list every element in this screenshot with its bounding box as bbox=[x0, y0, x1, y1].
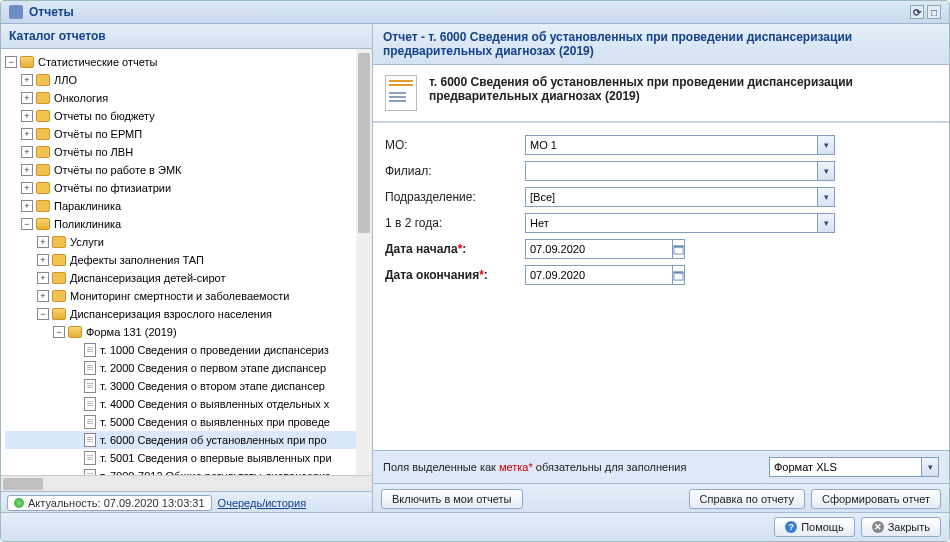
report-toolbar: Включить в мои отчеты Справка по отчету … bbox=[373, 483, 949, 514]
folder-icon bbox=[20, 56, 34, 68]
collapse-icon[interactable]: − bbox=[5, 56, 17, 68]
tree-folder-item[interactable]: +Услуги bbox=[5, 233, 372, 251]
chevron-down-icon[interactable]: ▾ bbox=[817, 213, 835, 233]
catalog-panel: Каталог отчетов −Статистические отчеты+Л… bbox=[1, 24, 373, 514]
tree-item-label: т. 5001 Сведения о впервые выявленных пр… bbox=[100, 449, 332, 467]
include-button[interactable]: Включить в мои отчеты bbox=[381, 489, 523, 509]
expand-icon[interactable]: + bbox=[21, 200, 33, 212]
mo-input[interactable] bbox=[525, 135, 817, 155]
tree-report-item[interactable]: т. 5001 Сведения о впервые выявленных пр… bbox=[5, 449, 372, 467]
collapse-icon[interactable]: − bbox=[21, 218, 33, 230]
collapse-icon[interactable]: − bbox=[37, 308, 49, 320]
dept-input[interactable] bbox=[525, 187, 817, 207]
chevron-down-icon[interactable]: ▾ bbox=[921, 457, 939, 477]
tree-folder-item[interactable]: +Мониторинг смертности и заболеваемости bbox=[5, 287, 372, 305]
tree-item-label: Отчёты по ЛВН bbox=[54, 143, 133, 161]
tree-report-item[interactable]: т. 1000 Сведения о проведении диспансери… bbox=[5, 341, 372, 359]
tree-report-item[interactable]: т. 4000 Сведения о выявленных отдельных … bbox=[5, 395, 372, 413]
oneintwo-combo[interactable]: ▾ bbox=[525, 213, 835, 233]
chevron-down-icon[interactable]: ▾ bbox=[817, 187, 835, 207]
tree-folder-item[interactable]: +Отчёты по работе в ЭМК bbox=[5, 161, 372, 179]
expand-icon[interactable]: + bbox=[37, 272, 49, 284]
tree-item-label: Параклиника bbox=[54, 197, 121, 215]
window-footer: ?Помощь ✕Закрыть bbox=[1, 512, 949, 541]
end-date-field[interactable] bbox=[525, 265, 655, 285]
expand-icon[interactable]: + bbox=[21, 182, 33, 194]
folder-icon bbox=[36, 164, 50, 176]
expand-icon[interactable]: + bbox=[21, 74, 33, 86]
filial-input[interactable] bbox=[525, 161, 817, 181]
tree-folder-item[interactable]: +Параклиника bbox=[5, 197, 372, 215]
folder-icon bbox=[36, 92, 50, 104]
start-date-input[interactable] bbox=[525, 239, 673, 259]
folder-icon bbox=[36, 218, 50, 230]
expand-icon[interactable]: + bbox=[21, 128, 33, 140]
tree-folder-item[interactable]: −Форма 131 (2019) bbox=[5, 323, 372, 341]
end-date-input[interactable] bbox=[525, 265, 673, 285]
tree-folder-item[interactable]: −Поликлиника bbox=[5, 215, 372, 233]
refresh-icon[interactable]: ⟳ bbox=[910, 5, 924, 19]
svg-rect-3 bbox=[674, 271, 683, 273]
filial-label: Филиал: bbox=[385, 164, 525, 178]
tree-folder-item[interactable]: +Дефекты заполнения ТАП bbox=[5, 251, 372, 269]
oneintwo-input[interactable] bbox=[525, 213, 817, 233]
help-report-button[interactable]: Справка по отчету bbox=[689, 489, 805, 509]
generate-button[interactable]: Сформировать отчет bbox=[811, 489, 941, 509]
tree-folder-item[interactable]: +ЛЛО bbox=[5, 71, 372, 89]
help-button[interactable]: ?Помощь bbox=[774, 517, 855, 537]
tree-item-label: Отчёты по ЕРМП bbox=[54, 125, 142, 143]
end-date-label: Дата окончания*: bbox=[385, 268, 525, 282]
expand-icon[interactable]: + bbox=[21, 146, 33, 158]
window-header: Отчеты ⟳ □ bbox=[1, 1, 949, 24]
folder-icon bbox=[52, 254, 66, 266]
filial-combo[interactable]: ▾ bbox=[525, 161, 835, 181]
catalog-title: Каталог отчетов bbox=[1, 24, 372, 49]
close-icon: ✕ bbox=[872, 521, 884, 533]
maximize-icon[interactable]: □ bbox=[927, 5, 941, 19]
tree-report-item[interactable]: т. 2000 Сведения о первом этапе диспансе… bbox=[5, 359, 372, 377]
format-input[interactable] bbox=[769, 457, 921, 477]
tree-item-label: т. 4000 Сведения о выявленных отдельных … bbox=[100, 395, 329, 413]
tree-folder-item[interactable]: −Статистические отчеты bbox=[5, 53, 372, 71]
chevron-down-icon[interactable]: ▾ bbox=[817, 135, 835, 155]
app-icon bbox=[9, 5, 23, 19]
tree-folder-item[interactable]: −Диспансеризация взрослого населения bbox=[5, 305, 372, 323]
scrollbar-horizontal[interactable] bbox=[1, 475, 372, 491]
expand-icon[interactable]: + bbox=[37, 254, 49, 266]
start-date-label: Дата начала*: bbox=[385, 242, 525, 256]
tree-item-label: т. 1000 Сведения о проведении диспансери… bbox=[100, 341, 329, 359]
tree-folder-item[interactable]: +Диспансеризация детей-сирот bbox=[5, 269, 372, 287]
report-tree[interactable]: −Статистические отчеты+ЛЛО+Онкология+Отч… bbox=[5, 53, 372, 475]
tree-folder-item[interactable]: +Отчёты по ЕРМП bbox=[5, 125, 372, 143]
dept-combo[interactable]: ▾ bbox=[525, 187, 835, 207]
expand-icon[interactable]: + bbox=[37, 290, 49, 302]
report-icon bbox=[385, 75, 417, 111]
tree-folder-item[interactable]: +Отчеты по бюджету bbox=[5, 107, 372, 125]
scrollbar-vertical[interactable] bbox=[356, 49, 372, 475]
folder-icon bbox=[36, 182, 50, 194]
tree-report-item[interactable]: т. 5000 Сведения о выявленных при провед… bbox=[5, 413, 372, 431]
tree-report-item[interactable]: т. 7000-7012 Общие результаты диспансери… bbox=[5, 467, 372, 475]
collapse-icon[interactable]: − bbox=[53, 326, 65, 338]
expand-icon[interactable]: + bbox=[37, 236, 49, 248]
document-icon bbox=[84, 415, 96, 429]
calendar-icon[interactable] bbox=[673, 239, 685, 259]
tree-folder-item[interactable]: +Отчёты по ЛВН bbox=[5, 143, 372, 161]
format-combo[interactable]: ▾ bbox=[769, 457, 939, 477]
tree-report-item[interactable]: т. 6000 Сведения об установленных при пр… bbox=[5, 431, 372, 449]
tree-item-label: Диспансеризация детей-сирот bbox=[70, 269, 225, 287]
expand-icon[interactable]: + bbox=[21, 92, 33, 104]
close-button[interactable]: ✕Закрыть bbox=[861, 517, 941, 537]
expand-icon[interactable]: + bbox=[21, 110, 33, 122]
expand-icon[interactable]: + bbox=[21, 164, 33, 176]
tree-folder-item[interactable]: +Отчёты по фтизиатрии bbox=[5, 179, 372, 197]
mo-combo[interactable]: ▾ bbox=[525, 135, 835, 155]
tree-folder-item[interactable]: +Онкология bbox=[5, 89, 372, 107]
queue-history-link[interactable]: Очередь/история bbox=[218, 497, 307, 509]
tree-report-item[interactable]: т. 3000 Сведения о втором этапе диспансе… bbox=[5, 377, 372, 395]
calendar-icon[interactable] bbox=[673, 265, 685, 285]
tree-item-label: Отчёты по фтизиатрии bbox=[54, 179, 171, 197]
document-icon bbox=[84, 343, 96, 357]
start-date-field[interactable] bbox=[525, 239, 655, 259]
chevron-down-icon[interactable]: ▾ bbox=[817, 161, 835, 181]
